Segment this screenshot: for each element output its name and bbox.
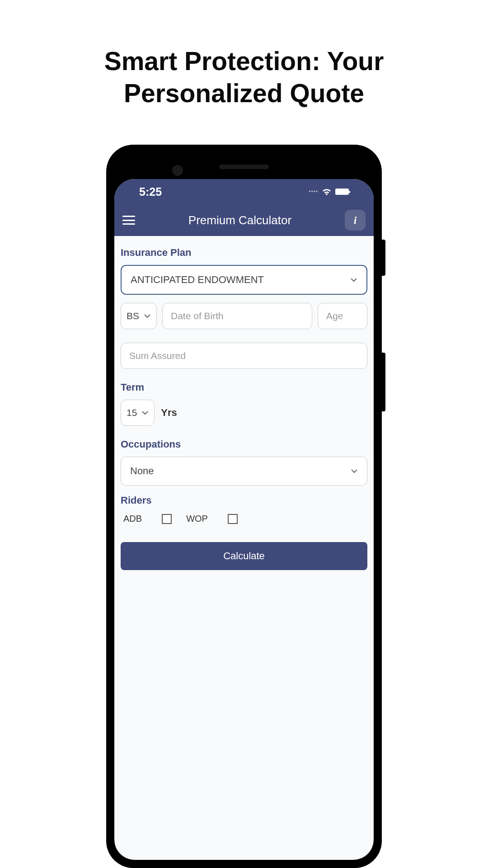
status-time: 5:25 (139, 185, 162, 198)
occupations-label: Occupations (121, 439, 367, 450)
info-icon: i (354, 214, 357, 226)
calculate-button[interactable]: Calculate (121, 542, 367, 570)
term-value: 15 (127, 407, 137, 418)
page-title: Smart Protection: Your Personalized Quot… (0, 0, 488, 110)
insurance-plan-label: Insurance Plan (121, 247, 367, 259)
insurance-plan-value: ANTICIPATED ENDOWMENT (131, 274, 264, 286)
rider-wop-checkbox[interactable] (228, 514, 238, 524)
cellular-dots-icon: •••• (309, 189, 318, 195)
phone-camera (172, 165, 183, 176)
phone-speaker (219, 165, 269, 169)
dob-input[interactable]: Date of Birth (162, 303, 312, 329)
chevron-down-icon (144, 314, 151, 318)
occupations-value: None (130, 465, 154, 477)
occupations-select[interactable]: None (121, 457, 367, 486)
phone-frame: 5:25 •••• Premium Calculator i Insurance… (106, 145, 382, 868)
menu-icon[interactable] (122, 216, 135, 225)
battery-icon (335, 189, 349, 195)
rider-item: ADB (123, 514, 172, 524)
term-unit: Yrs (161, 407, 177, 419)
phone-side-button (382, 240, 385, 276)
riders-label: Riders (121, 495, 367, 506)
chevron-down-icon (351, 469, 358, 473)
info-button[interactable]: i (345, 210, 366, 231)
wifi-icon (322, 188, 332, 195)
term-select[interactable]: 15 (121, 400, 155, 426)
phone-screen: 5:25 •••• Premium Calculator i Insurance… (114, 179, 374, 860)
app-title: Premium Calculator (135, 213, 345, 227)
calendar-type-select[interactable]: BS (121, 303, 157, 329)
phone-side-button (382, 353, 385, 411)
rider-adb-checkbox[interactable] (162, 514, 172, 524)
status-bar: 5:25 •••• (114, 179, 374, 204)
rider-item: WOP (186, 514, 238, 524)
app-bar: Premium Calculator i (114, 204, 374, 236)
chevron-down-icon (350, 278, 357, 282)
age-input[interactable]: Age (318, 303, 367, 329)
rider-wop-label: WOP (186, 514, 208, 524)
calendar-type-value: BS (127, 311, 139, 321)
app-content: Insurance Plan ANTICIPATED ENDOWMENT BS … (114, 236, 374, 581)
status-icons: •••• (309, 188, 349, 195)
chevron-down-icon (141, 410, 149, 415)
insurance-plan-select[interactable]: ANTICIPATED ENDOWMENT (121, 265, 367, 295)
term-label: Term (121, 382, 367, 393)
rider-adb-label: ADB (123, 514, 142, 524)
sum-assured-input[interactable]: Sum Assured (121, 343, 367, 369)
